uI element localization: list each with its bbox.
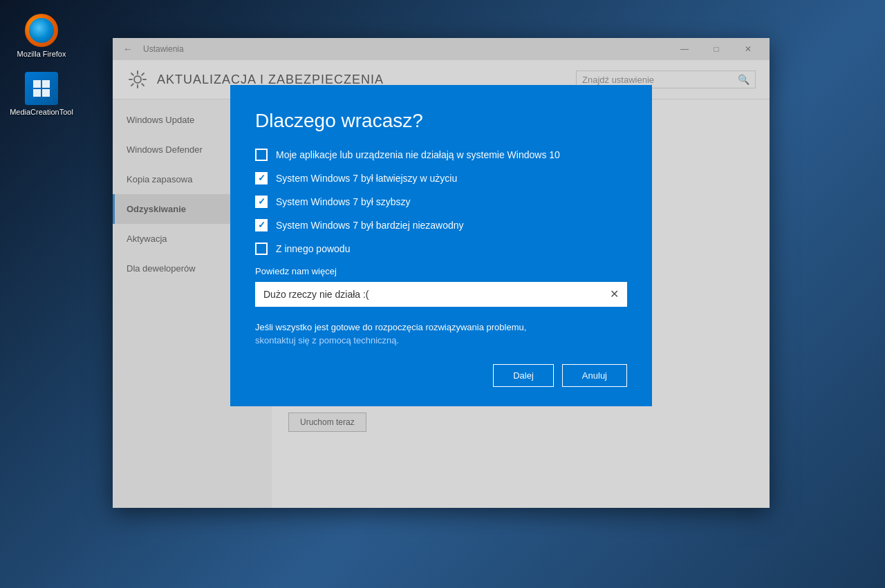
desktop-icon-mct[interactable]: MediaCreationTool [14, 72, 69, 116]
mct-icon-label: MediaCreationTool [10, 108, 73, 116]
desktop-icons-area: Mozilla Firefox MediaCreationTool [14, 14, 69, 116]
svg-rect-2 [33, 89, 41, 97]
checkbox-win7-reliable[interactable]: System Windows 7 był bardziej niezawodny [255, 219, 627, 231]
tell-more-input[interactable] [255, 282, 602, 307]
info-link[interactable]: skontaktuj się z pomocą techniczną. [255, 335, 399, 345]
tell-more-label: Powiedz nam więcej [255, 266, 627, 276]
desktop-icon-firefox[interactable]: Mozilla Firefox [14, 14, 69, 58]
desktop: Mozilla Firefox MediaCreationTool [0, 0, 885, 588]
anuluj-button[interactable]: Anuluj [562, 364, 627, 387]
dialog: Dlaczego wracasz? Moje aplikacje lub urz… [230, 85, 652, 406]
svg-rect-1 [42, 80, 50, 88]
checkbox-win7-reliable-label: System Windows 7 był bardziej niezawodny [276, 220, 464, 231]
checkbox-apps-box[interactable] [255, 149, 268, 161]
modal-overlay: Dlaczego wracasz? Moje aplikacje lub urz… [113, 38, 770, 508]
checkbox-apps-label: Moje aplikacje lub urządzenia nie działa… [276, 149, 560, 160]
svg-rect-0 [33, 80, 41, 88]
checkbox-win7-faster[interactable]: System Windows 7 był szybszy [255, 196, 627, 208]
dialog-buttons: Dalej Anuluj [255, 364, 627, 387]
checkbox-other-reason-box[interactable] [255, 243, 268, 255]
checkbox-win7-faster-label: System Windows 7 był szybszy [276, 196, 411, 207]
dialog-title: Dlaczego wracasz? [255, 110, 627, 132]
tell-more-input-row: ✕ [255, 282, 627, 307]
mct-icon [25, 72, 58, 105]
firefox-icon-label: Mozilla Firefox [17, 50, 66, 58]
checkbox-win7-reliable-box[interactable] [255, 219, 268, 231]
checkbox-win7-easier-label: System Windows 7 był łatwiejszy w użyciu [276, 173, 457, 184]
info-text: Jeśli wszystko jest gotowe do rozpoczęci… [255, 321, 627, 348]
dalej-button[interactable]: Dalej [493, 364, 554, 387]
checkbox-win7-faster-box[interactable] [255, 196, 268, 208]
firefox-icon [25, 14, 58, 47]
settings-window: ← Ustawienia — □ ✕ AKTUALIZACJA I ZABEZP… [113, 38, 770, 508]
checkbox-apps-not-working[interactable]: Moje aplikacje lub urządzenia nie działa… [255, 149, 627, 161]
info-text-content: Jeśli wszystko jest gotowe do rozpoczęci… [255, 322, 526, 332]
svg-rect-3 [42, 89, 50, 97]
checkbox-win7-easier-box[interactable] [255, 172, 268, 184]
checkbox-other-reason-label: Z innego powodu [276, 243, 350, 254]
checkbox-win7-easier[interactable]: System Windows 7 był łatwiejszy w użyciu [255, 172, 627, 184]
checkbox-other-reason[interactable]: Z innego powodu [255, 243, 627, 255]
clear-input-button[interactable]: ✕ [602, 282, 627, 306]
